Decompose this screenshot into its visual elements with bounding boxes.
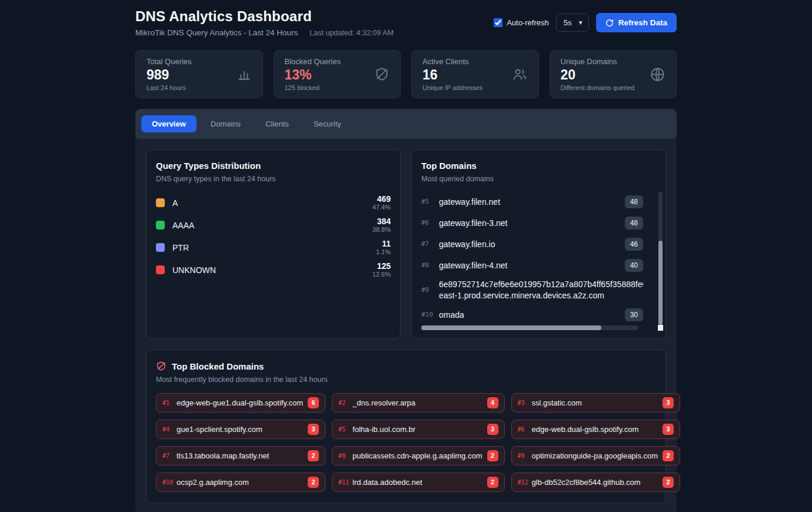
- domain-name: omada: [439, 310, 619, 320]
- tab-security[interactable]: Security: [303, 115, 352, 132]
- globe-icon: [650, 67, 665, 82]
- stat-card-total-queries: Total Queries 989 Last 24 hours: [135, 50, 263, 98]
- stat-sub: Last 24 hours: [147, 84, 192, 91]
- vertical-scrollbar-thumb[interactable]: [658, 241, 663, 325]
- blocked-domain-item: #2 _dns.resolver.arpa 4: [332, 393, 504, 413]
- panel-subtitle: DNS query types in the last 24 hours: [156, 175, 391, 183]
- tab-overview[interactable]: Overview: [141, 115, 197, 132]
- count-badge: 2: [487, 477, 498, 488]
- rank-label: #6: [518, 426, 532, 433]
- domain-name-line2: east-1.prod.service.minerva.devices.a2z.…: [439, 291, 643, 300]
- count-badge: 48: [625, 217, 643, 230]
- query-type-count: 11: [376, 240, 391, 248]
- domain-name: ocsp2.g.aaplimg.com: [177, 478, 303, 487]
- domain-name: gue1-spclient.spotify.com: [177, 425, 303, 434]
- auto-refresh-checkbox[interactable]: [494, 18, 502, 27]
- stat-value: 16: [422, 67, 482, 82]
- count-badge: 2: [663, 477, 674, 488]
- domain-name: 6e89752714c7ef6e6e019957b12a7a807b4ff65f…: [439, 280, 643, 289]
- query-types-list: A 46947.4% AAAA 38438.8% PTR 111.1%: [156, 196, 391, 277]
- domain-name: edge-web.dual-gslb.spotify.com: [532, 425, 658, 434]
- stat-sub: Unique IP addresses: [422, 84, 482, 91]
- tab-domains[interactable]: Domains: [200, 115, 251, 132]
- tab-clients[interactable]: Clients: [255, 115, 299, 132]
- count-badge: 3: [663, 424, 674, 435]
- rank-label: #7: [162, 453, 177, 459]
- query-type-percent: 38.8%: [372, 226, 391, 233]
- query-type-row: PTR 111.1%: [156, 241, 391, 254]
- blocked-domain-item: #3 ssl.gstatic.com 3: [511, 393, 681, 413]
- legend-swatch: [156, 265, 165, 274]
- blocked-domain-item: #4 gue1-spclient.spotify.com 3: [156, 420, 325, 439]
- rank-label: #9: [518, 453, 532, 459]
- stat-card-active-clients: Active Clients 16 Unique IP addresses: [411, 50, 539, 98]
- domain-name: folha-ib.uol.com.br: [352, 425, 482, 434]
- header: DNS Analytics Dashboard MikroTik DNS Que…: [135, 8, 677, 37]
- rank-label: #10: [162, 479, 177, 486]
- count-badge: 2: [487, 450, 498, 461]
- blocked-domain-item: #8 publicassets.cdn-apple.g.aaplimg.com …: [332, 446, 504, 466]
- interval-select[interactable]: 5s: [556, 14, 589, 32]
- count-badge: 4: [487, 397, 498, 408]
- header-left: DNS Analytics Dashboard MikroTik DNS Que…: [135, 8, 394, 37]
- query-type-label: PTR: [172, 243, 376, 252]
- refresh-button-label: Refresh Data: [618, 18, 667, 27]
- blocked-domain-item: #7 tls13.taboola.map.fastly.net 2: [156, 446, 325, 466]
- blocked-domain-item: #10 ocsp2.g.aaplimg.com 2: [156, 473, 325, 492]
- horizontal-scrollbar-thumb[interactable]: [421, 325, 601, 330]
- count-badge: 3: [663, 397, 674, 408]
- panel-subtitle: Most frequently blocked domains in the l…: [156, 375, 656, 384]
- domain-name: gateway.filen-3.net: [439, 218, 619, 228]
- domain-name: edge-web-gue1.dual-gslb.spotify.com: [177, 398, 303, 407]
- vertical-scrollbar-track[interactable]: [658, 191, 663, 329]
- rank-label: #2: [338, 400, 352, 406]
- domain-name: lrd.data.adobedc.net: [352, 478, 482, 487]
- rank-label: #1: [162, 400, 177, 406]
- domain-name: optimizationguide-pa.googleapis.com: [532, 451, 658, 460]
- domain-row: #7 gateway.filen.io 46: [421, 237, 643, 251]
- query-type-count: 384: [372, 217, 391, 226]
- domain-row: #5 gateway.filen.net 48: [421, 195, 643, 208]
- blocked-domains-panel: Top Blocked Domains Most frequently bloc…: [146, 350, 666, 503]
- auto-refresh-toggle[interactable]: Auto-refresh: [494, 18, 549, 27]
- domain-row: #9 6e89752714c7ef6e6e019957b12a7a807b4ff…: [421, 280, 643, 300]
- panel-title: Top Domains: [421, 161, 656, 171]
- blocked-domain-item: #1 edge-web-gue1.dual-gslb.spotify.com 6: [156, 393, 325, 413]
- horizontal-scrollbar-track[interactable]: [421, 325, 638, 330]
- page-subtitle: MikroTik DNS Query Analytics - Last 24 H…: [135, 28, 298, 37]
- rank-label: #4: [162, 426, 177, 433]
- stat-value: 13%: [285, 67, 341, 82]
- refresh-data-button[interactable]: Refresh Data: [596, 13, 677, 32]
- blocked-domains-grid: #1 edge-web-gue1.dual-gslb.spotify.com 6…: [156, 393, 656, 492]
- stat-cards-row: Total Queries 989 Last 24 hours Blocked …: [135, 50, 677, 98]
- query-types-panel: Query Types Distribution DNS query types…: [146, 149, 401, 339]
- rank-label: #7: [421, 240, 439, 248]
- stat-card-blocked-queries: Blocked Queries 13% 125 blocked: [274, 50, 401, 98]
- query-type-count: 125: [372, 262, 391, 271]
- domain-row: #8 gateway.filen-4.net 40: [421, 258, 643, 272]
- query-type-count: 469: [372, 195, 391, 204]
- rank-label: #5: [338, 426, 352, 433]
- count-badge: 2: [308, 477, 319, 488]
- query-type-row: UNKNOWN 12512.6%: [156, 263, 391, 277]
- panel-title: Query Types Distribution: [156, 161, 391, 171]
- panel-title: Top Blocked Domains: [172, 361, 264, 371]
- stat-sub: Different domains queried: [561, 84, 635, 91]
- stat-value: 20: [561, 67, 635, 82]
- page-title: DNS Analytics Dashboard: [135, 8, 394, 25]
- stat-label: Blocked Queries: [285, 57, 341, 66]
- auto-refresh-label: Auto-refresh: [507, 18, 549, 27]
- stat-label: Active Clients: [422, 57, 482, 66]
- domain-name: tls13.taboola.map.fastly.net: [177, 451, 303, 460]
- blocked-domain-item: #5 folha-ib.uol.com.br 3: [332, 420, 504, 439]
- domain-name: _dns.resolver.arpa: [352, 398, 482, 407]
- scrollbar-corner: [658, 325, 663, 331]
- stat-card-unique-domains: Unique Domains 20 Different domains quer…: [550, 50, 677, 98]
- rank-label: #8: [338, 453, 352, 459]
- refresh-icon: [605, 19, 614, 27]
- top-domains-panel: Top Domains Most queried domains #5 gate…: [411, 149, 666, 339]
- header-controls: Auto-refresh 5s ▼ Refresh Data: [494, 13, 677, 32]
- blocked-domain-item: #9 optimizationguide-pa.googleapis.com 2: [511, 446, 681, 466]
- bar-chart-icon: [237, 67, 252, 82]
- top-domains-list: #5 gateway.filen.net 48 #6 gateway.filen…: [421, 195, 656, 321]
